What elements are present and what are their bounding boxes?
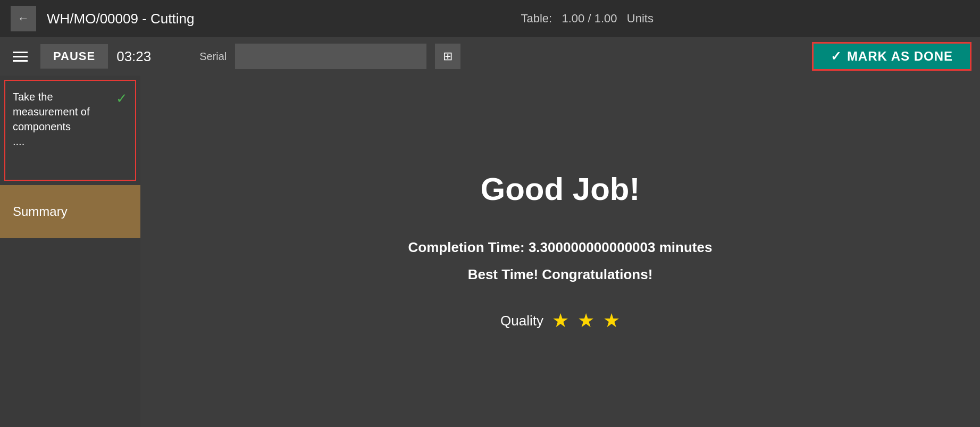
- second-bar: PAUSE 03:23 Serial ⊞ ✓ MARK AS DONE: [0, 37, 980, 76]
- menu-line-1: [13, 52, 28, 53]
- task-check-icon: ✓: [116, 90, 128, 107]
- menu-button[interactable]: [9, 47, 32, 66]
- sidebar: Take the measurement of components .... …: [0, 76, 140, 427]
- pause-button[interactable]: PAUSE: [40, 44, 108, 69]
- menu-line-2: [13, 56, 28, 57]
- main-content: Take the measurement of components .... …: [0, 76, 980, 427]
- table-value: 1.00 / 1.00: [562, 12, 617, 25]
- serial-input[interactable]: [235, 44, 426, 69]
- table-label: Table:: [521, 12, 552, 25]
- table-info: Table: 1.00 / 1.00 Units: [205, 12, 969, 26]
- good-job-heading: Good Job!: [481, 171, 640, 207]
- mark-done-label: MARK AS DONE: [847, 49, 953, 64]
- back-button[interactable]: ←: [11, 6, 36, 31]
- summary-item[interactable]: Summary: [0, 185, 140, 238]
- task-text: Take the measurement of components: [13, 91, 90, 132]
- task-text-container: Take the measurement of components ....: [13, 89, 112, 149]
- quality-row: Quality ★ ★ ★: [500, 309, 620, 332]
- task-item[interactable]: Take the measurement of components .... …: [4, 80, 136, 181]
- completion-time: Completion Time: 3.300000000000003 minut…: [408, 239, 713, 256]
- add-serial-button[interactable]: ⊞: [435, 44, 460, 69]
- top-bar: ← WH/MO/00009 - Cutting Table: 1.00 / 1.…: [0, 0, 980, 37]
- units-label: Units: [627, 12, 654, 25]
- summary-label: Summary: [13, 204, 68, 219]
- main-panel: Good Job! Completion Time: 3.30000000000…: [140, 76, 980, 427]
- star-1: ★: [552, 309, 569, 332]
- completion-value: 3.300000000000003 minutes: [529, 239, 713, 255]
- check-icon: ✓: [831, 49, 842, 64]
- mark-as-done-button[interactable]: ✓ MARK AS DONE: [812, 42, 971, 71]
- completion-label: Completion Time:: [408, 239, 525, 255]
- serial-label: Serial: [199, 51, 227, 63]
- menu-line-3: [13, 60, 28, 62]
- star-2: ★: [577, 309, 594, 332]
- star-3: ★: [603, 309, 620, 332]
- page-title: WH/MO/00009 - Cutting: [47, 11, 194, 27]
- timer-display: 03:23: [116, 48, 159, 65]
- best-time-text: Best Time! Congratulations!: [468, 266, 653, 283]
- quality-label: Quality: [500, 313, 543, 329]
- task-ellipsis: ....: [13, 136, 24, 147]
